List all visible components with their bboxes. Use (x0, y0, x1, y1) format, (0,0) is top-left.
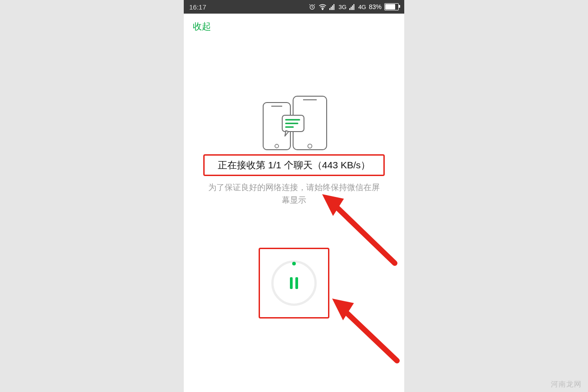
signal-3g-label: 3G (338, 4, 346, 10)
status-bar: 16:17 3G 4G 83% (184, 0, 404, 14)
svg-point-1 (322, 9, 323, 10)
svg-rect-4 (332, 5, 333, 10)
svg-rect-9 (353, 4, 354, 10)
svg-rect-5 (333, 4, 334, 10)
transfer-hint-text: 为了保证良好的网络连接，请始终保持微信在屏幕显示 (208, 181, 380, 207)
app-header: 收起 (184, 14, 404, 39)
battery-icon (384, 3, 399, 10)
svg-rect-7 (351, 7, 352, 10)
signal-3g-icon (329, 4, 336, 10)
watermark-text: 河南龙网 (551, 380, 582, 389)
pause-icon (290, 277, 298, 289)
svg-rect-6 (349, 8, 350, 10)
wifi-icon (318, 4, 327, 10)
battery-pct: 83% (369, 3, 382, 10)
collapse-button[interactable]: 收起 (193, 20, 211, 33)
transfer-status-highlight: 正在接收第 1/1 个聊天（443 KB/s） (203, 154, 385, 176)
content-area: 正在接收第 1/1 个聊天（443 KB/s） 为了保证良好的网络连接，请始终保… (184, 39, 404, 392)
signal-4g-icon (349, 4, 356, 10)
svg-rect-2 (329, 8, 330, 10)
phone-frame: 16:17 3G 4G 83% 收起 (184, 0, 404, 392)
svg-rect-8 (352, 5, 353, 10)
svg-rect-3 (331, 7, 332, 10)
progress-dot-icon (292, 262, 296, 265)
pause-highlight (259, 248, 329, 318)
alarm-icon (309, 3, 316, 10)
status-time: 16:17 (189, 3, 206, 11)
transfer-illustration-icon (249, 93, 339, 152)
signal-4g-label: 4G (358, 4, 366, 10)
transfer-status-text: 正在接收第 1/1 个聊天（443 KB/s） (208, 158, 380, 172)
battery-fill (385, 4, 395, 10)
status-right: 3G 4G 83% (309, 3, 399, 10)
pause-button[interactable] (271, 260, 317, 306)
